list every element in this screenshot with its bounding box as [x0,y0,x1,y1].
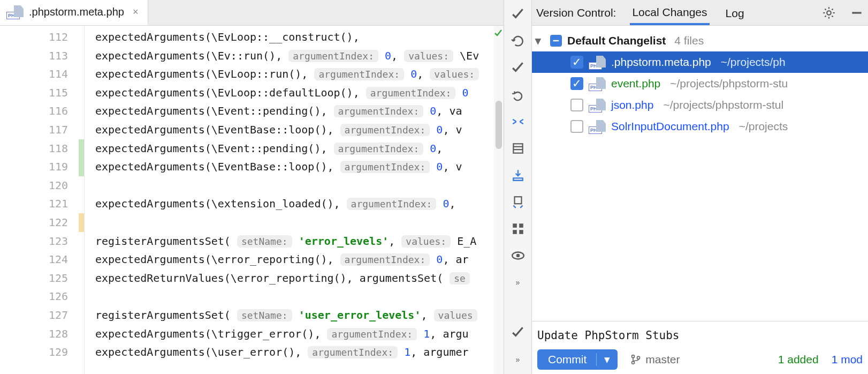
vcs-toolbar: » » [504,0,532,374]
tab-log[interactable]: Log [724,2,747,24]
svg-rect-5 [519,223,523,228]
checkbox[interactable]: ✓ [570,77,583,90]
diff-icon[interactable] [510,140,526,156]
inlay-hint: se [450,272,470,285]
svg-rect-6 [513,230,517,234]
code-line: registerArgumentsSet( setName: 'error_le… [95,232,494,251]
code-line: expectedArguments(\user_error(), argumen… [95,343,494,362]
modified-count: 1 mod [832,353,863,366]
code-line: expectedArguments(\EvLoop::__construct()… [95,28,494,47]
vcs-header: Version Control: Local Changes Log [532,0,868,26]
changed-file-row[interactable]: SolrInputDocument.php ~/projects [532,116,868,137]
file-name: event.php [611,77,660,90]
inlay-hint: values [434,309,477,321]
collapse-icon[interactable] [510,114,526,130]
editor-scrollbar[interactable] [494,101,504,165]
inlay-hint: argumentIndex: [327,328,417,340]
checkmark-icon[interactable] [510,6,526,23]
chevron-down-icon[interactable]: ▾ [596,353,610,366]
line-number: 119 [0,158,84,176]
svg-point-9 [516,254,520,258]
line-number: 124 [0,250,84,269]
commit-message-input[interactable]: Update PhpStorm Stubs [537,327,863,349]
line-number: 127 [0,306,84,325]
tab-filename: .phpstorm.meta.php [29,6,124,18]
line-number: 116 [0,102,84,121]
vcs-title: Version Control: [535,6,616,19]
inlay-hint: argumentIndex: [314,68,404,80]
changed-file-row[interactable]: ✓ .phpstorm.meta.php ~/projects/ph [532,51,868,73]
file-path: ~/projects/phpstorm-stu [670,77,788,90]
inlay-hint: argumentIndex: [288,50,378,62]
checkmark-icon[interactable] [510,60,526,76]
editor-tab-bar: .phpstorm.meta.php × [0,0,504,26]
line-number: 112 [0,28,84,47]
added-count: 1 added [778,353,819,366]
checkbox[interactable] [570,120,583,133]
file-path: ~/projects/phpstorm-stul [663,99,783,111]
file-name: .phpstorm.meta.php [611,56,711,69]
inlay-hint: setName: [237,235,292,248]
line-number: 114 [0,65,84,84]
php-file-icon [6,5,24,18]
shelve-icon[interactable] [510,167,526,183]
code-line: expectedArguments(\extension_loaded(), a… [95,195,494,213]
code-line [95,287,494,306]
branch-indicator[interactable]: master [630,353,680,366]
version-control-panel: Version Control: Local Changes Log ▾ − D… [532,0,868,374]
line-number: 122 [0,213,84,232]
changed-file-row[interactable]: json.php ~/projects/phpstorm-stul [532,94,868,116]
file-name: SolrInputDocument.php [611,120,729,133]
branch-name: master [645,353,680,366]
code-area[interactable]: expectedArguments(\EvLoop::__construct()… [85,26,494,374]
code-line: expectedArguments(\EventBase::loop(), ar… [95,158,494,176]
commit-button[interactable]: Commit ▾ [537,349,618,370]
inlay-hint: argumentIndex: [334,105,424,117]
code-line: expectedArguments(\error_reporting(), ar… [95,250,494,269]
expand-more-icon[interactable]: » [510,351,526,368]
changelist-root[interactable]: ▾ − Default Changelist 4 files [532,30,868,51]
refresh-icon[interactable] [510,33,526,49]
changelist-tree: ▾ − Default Changelist 4 files ✓ .phpsto… [532,26,868,321]
code-line: expectedArguments(\EvLoop::defaultLoop()… [95,84,494,102]
gear-icon[interactable] [822,6,836,20]
error-stripe[interactable] [494,26,504,374]
inlay-hint: argumentIndex: [340,253,430,266]
minimize-icon[interactable] [850,6,864,20]
code-line: registerArgumentsSet( setName: 'user_err… [95,306,494,325]
editor-tab[interactable]: .phpstorm.meta.php × [0,0,148,25]
line-number: 118 [0,139,84,158]
inlay-hint: argumentIndex: [340,161,430,173]
inlay-hint: argumentIndex: [347,198,437,210]
code-line: expectedArguments(\Event::pending(), arg… [95,139,494,158]
line-number: 121 [0,195,84,213]
revert-icon[interactable] [510,87,526,103]
php-file-icon [589,120,606,133]
changed-file-row[interactable]: ✓ event.php ~/projects/phpstorm-stu [532,73,868,94]
line-number: 113 [0,47,84,65]
php-file-icon [589,99,606,111]
inlay-hint: argumentIndex: [340,124,430,136]
files-count: 4 files [674,34,704,47]
svg-point-10 [827,11,831,15]
code-line: expectedArguments(\EventBase::loop(), ar… [95,121,494,139]
line-number: 125 [0,269,84,288]
checkbox[interactable]: ✓ [570,56,583,69]
expand-more-icon[interactable]: » [510,274,526,290]
changelist-icon[interactable] [510,194,526,210]
checkbox[interactable] [570,99,583,111]
tab-local-changes[interactable]: Local Changes [630,1,709,25]
checkmark-icon[interactable] [510,325,526,341]
commit-area: Update PhpStorm Stubs Commit ▾ master 1 … [532,321,868,374]
svg-rect-0 [513,144,522,153]
close-icon[interactable]: × [133,6,139,18]
group-icon[interactable] [510,221,526,237]
collapse-icon[interactable]: − [550,35,562,47]
line-number-gutter: 112 113 114 115 116 117 118 119 120 121 … [0,26,85,374]
file-path: ~/projects/ph [721,56,786,69]
inlay-hint: values: [404,50,453,62]
code-line: expectedArguments(\EvLoop::run(), argume… [95,65,494,84]
preview-icon[interactable] [510,248,526,264]
chevron-down-icon[interactable]: ▾ [535,34,545,47]
line-number: 123 [0,232,84,251]
